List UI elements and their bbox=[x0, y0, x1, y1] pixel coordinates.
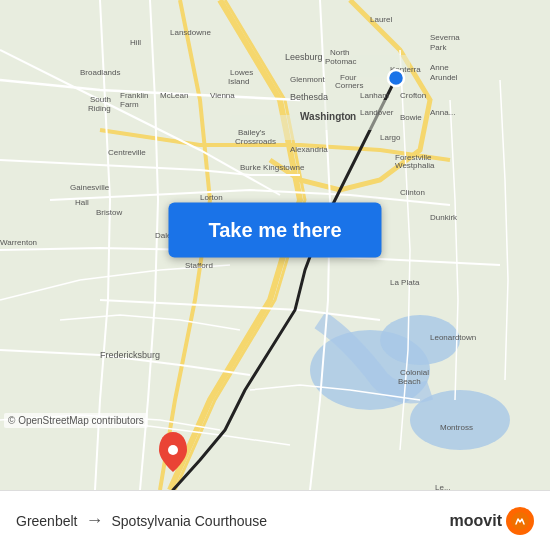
route-destination: Spotsylvania Courthouse bbox=[111, 513, 267, 529]
moovit-icon bbox=[506, 507, 534, 535]
svg-text:Arundel: Arundel bbox=[430, 73, 458, 82]
svg-text:La Plata: La Plata bbox=[390, 278, 420, 287]
svg-text:Vienna: Vienna bbox=[210, 91, 235, 100]
svg-text:Crofton: Crofton bbox=[400, 91, 426, 100]
svg-text:Bowie: Bowie bbox=[400, 113, 422, 122]
svg-text:Potomac: Potomac bbox=[325, 57, 357, 66]
footer: Greenbelt → Spotsylvania Courthouse moov… bbox=[0, 490, 550, 550]
svg-text:Centreville: Centreville bbox=[108, 148, 146, 157]
svg-text:Burke Kingstowne: Burke Kingstowne bbox=[240, 163, 305, 172]
svg-text:Montross: Montross bbox=[440, 423, 473, 432]
svg-text:Lansdowne: Lansdowne bbox=[170, 28, 211, 37]
svg-text:Gainesville: Gainesville bbox=[70, 183, 110, 192]
svg-text:Island: Island bbox=[228, 77, 249, 86]
svg-text:Leesburg: Leesburg bbox=[285, 52, 323, 62]
svg-text:n: n bbox=[350, 111, 356, 122]
svg-text:Bethesda: Bethesda bbox=[290, 92, 328, 102]
take-me-there-button[interactable]: Take me there bbox=[168, 203, 381, 258]
moovit-name: moovit bbox=[450, 512, 502, 530]
svg-text:Anne: Anne bbox=[430, 63, 449, 72]
svg-text:Lowes: Lowes bbox=[230, 68, 253, 77]
svg-text:Park: Park bbox=[430, 43, 447, 52]
svg-text:Le...: Le... bbox=[435, 483, 451, 490]
svg-text:Washingto: Washingto bbox=[300, 111, 351, 122]
osm-attribution: © OpenStreetMap contributors bbox=[4, 413, 148, 428]
svg-text:Hall: Hall bbox=[75, 198, 89, 207]
svg-text:Dunkirk: Dunkirk bbox=[430, 213, 458, 222]
svg-text:Bristow: Bristow bbox=[96, 208, 122, 217]
map-container: Leesburg Laurel Severna Park Anne Arunde… bbox=[0, 0, 550, 490]
route-origin: Greenbelt bbox=[16, 513, 77, 529]
svg-text:Colonial: Colonial bbox=[400, 368, 429, 377]
svg-text:Lorton: Lorton bbox=[200, 193, 223, 202]
svg-text:Stafford: Stafford bbox=[185, 261, 213, 270]
svg-text:Farm: Farm bbox=[120, 100, 139, 109]
svg-text:Lanham: Lanham bbox=[360, 91, 389, 100]
svg-text:Laurel: Laurel bbox=[370, 15, 392, 24]
svg-text:Leonardtown: Leonardtown bbox=[430, 333, 476, 342]
svg-text:Clinton: Clinton bbox=[400, 188, 425, 197]
svg-text:Fredericksburg: Fredericksburg bbox=[100, 350, 160, 360]
svg-text:Broadlands: Broadlands bbox=[80, 68, 120, 77]
svg-text:Bailey's: Bailey's bbox=[238, 128, 265, 137]
svg-text:McLean: McLean bbox=[160, 91, 188, 100]
svg-text:Hill: Hill bbox=[130, 38, 141, 47]
svg-text:Corners: Corners bbox=[335, 81, 363, 90]
svg-text:Anna...: Anna... bbox=[430, 108, 455, 117]
svg-point-63 bbox=[388, 70, 404, 86]
svg-text:Warrenton: Warrenton bbox=[0, 238, 37, 247]
svg-text:North: North bbox=[330, 48, 350, 57]
svg-text:Severna: Severna bbox=[430, 33, 460, 42]
svg-text:Beach: Beach bbox=[398, 377, 421, 386]
svg-text:Glenmont: Glenmont bbox=[290, 75, 325, 84]
svg-text:Riding: Riding bbox=[88, 104, 111, 113]
moovit-logo: moovit bbox=[450, 507, 534, 535]
svg-text:Westphalia: Westphalia bbox=[395, 161, 435, 170]
svg-text:South: South bbox=[90, 95, 111, 104]
svg-text:Franklin: Franklin bbox=[120, 91, 148, 100]
svg-text:Landover: Landover bbox=[360, 108, 394, 117]
svg-text:Alexandria: Alexandria bbox=[290, 145, 328, 154]
svg-point-64 bbox=[168, 445, 178, 455]
route-info: Greenbelt → Spotsylvania Courthouse bbox=[16, 510, 267, 531]
svg-text:Crossroads: Crossroads bbox=[235, 137, 276, 146]
route-arrow-icon: → bbox=[85, 510, 103, 531]
svg-text:Largo: Largo bbox=[380, 133, 401, 142]
